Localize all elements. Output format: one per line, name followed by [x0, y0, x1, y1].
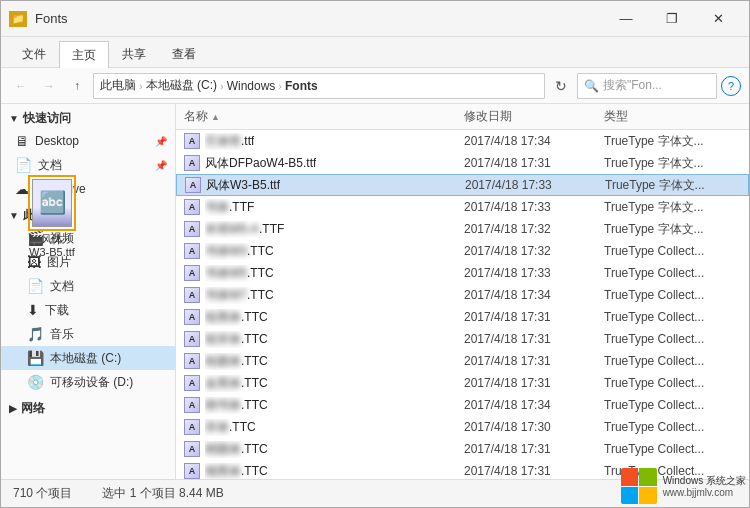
- file-icon: A: [184, 133, 200, 149]
- file-cell-type: TrueType 字体文...: [605, 177, 740, 194]
- minimize-button[interactable]: —: [603, 1, 649, 37]
- sidebar-item-music[interactable]: 🎵 音乐: [1, 322, 175, 346]
- file-cell-type: TrueType 字体文...: [604, 155, 741, 172]
- logo-green: [639, 468, 657, 486]
- file-icon: A: [184, 397, 200, 413]
- file-cell-type: TrueType Collect...: [604, 332, 741, 346]
- file-row[interactable]: A书体W5.TTC2017/4/18 17:33TrueType Collect…: [176, 262, 749, 284]
- address-part-windows: Windows: [227, 79, 276, 93]
- file-cell-type: TrueType Collect...: [604, 398, 741, 412]
- file-icon: A: [184, 243, 200, 259]
- sidebar-item-label-c: 本地磁盘 (C:): [50, 350, 167, 367]
- close-button[interactable]: ✕: [695, 1, 741, 37]
- file-row[interactable]: A书体.TTF2017/4/18 17:33TrueType 字体文...: [176, 196, 749, 218]
- file-row[interactable]: A宋体.TTC2017/4/18 17:30TrueType Collect..…: [176, 416, 749, 438]
- restore-button[interactable]: ❐: [649, 1, 695, 37]
- file-cell-name: A楷书体.TTC: [184, 397, 464, 414]
- file-icon: A: [185, 177, 201, 193]
- file-row[interactable]: A本简W5-A.TTF2017/4/18 17:32TrueType 字体文..…: [176, 218, 749, 240]
- network-header[interactable]: ▶ 网络: [1, 398, 175, 419]
- file-cell-name: A宋体.TTC: [184, 419, 464, 436]
- dragged-icon-label: 风体W3-B5.ttf: [20, 233, 84, 259]
- file-name: 书体W5.TTC: [205, 265, 274, 282]
- pin-icon-2: 📌: [155, 160, 167, 171]
- file-cell-date: 2017/4/18 17:31: [464, 464, 604, 478]
- file-cell-date: 2017/4/18 17:30: [464, 420, 604, 434]
- docs2-icon: 📄: [27, 278, 44, 294]
- site-name: Windows 系统之家: [663, 474, 746, 487]
- windows-logo-icon: [621, 468, 657, 504]
- dragged-icon: 🔤 风体W3-B5.ttf: [20, 175, 84, 259]
- icon-border: 🔤: [28, 175, 76, 231]
- file-cell-name: A风体W3-B5.ttf: [185, 177, 465, 194]
- file-cell-name: A风体DFPaoW4-B5.ttf: [184, 155, 464, 172]
- status-selected: 选中 1 个项目 8.44 MB: [102, 485, 223, 502]
- address-bar[interactable]: 此电脑 › 本地磁盘 (C:) › Windows › Fonts: [93, 73, 545, 99]
- main-layout: ▼ 快速访问 🖥 Desktop 📌 📄 文档 📌 ☁ OneDrive: [1, 104, 749, 479]
- file-row[interactable]: A楷书体.TTC2017/4/18 17:34TrueType Collect.…: [176, 394, 749, 416]
- file-icon: A: [184, 331, 200, 347]
- file-name: 艺体简.ttf: [205, 133, 254, 150]
- file-cell-name: A书体W5.TTC: [184, 265, 464, 282]
- network-label: 网络: [21, 400, 45, 417]
- file-cell-date: 2017/4/18 17:31: [464, 332, 604, 346]
- tab-share[interactable]: 共享: [109, 41, 159, 67]
- nav-bar: ← → ↑ 此电脑 › 本地磁盘 (C:) › Windows › Fonts …: [1, 68, 749, 104]
- file-row[interactable]: A组黑体.TTC2017/4/18 17:31TrueType Collect.…: [176, 306, 749, 328]
- file-cell-type: TrueType Collect...: [604, 266, 741, 280]
- file-cell-type: TrueType Collect...: [604, 376, 741, 390]
- watermark-text: Windows 系统之家 www.bjjmlv.com: [663, 474, 746, 498]
- file-name: 细黑体.TTC: [205, 463, 268, 480]
- file-cell-name: A本简W5-A.TTF: [184, 221, 464, 238]
- file-cell-name: A书体W3.TTC: [184, 243, 464, 260]
- file-row[interactable]: A风体W3-B5.ttf2017/4/18 17:33TrueType 字体文.…: [176, 174, 749, 196]
- sidebar-item-c-drive[interactable]: 💾 本地磁盘 (C:): [1, 346, 175, 370]
- file-row[interactable]: A书体W3.TTC2017/4/18 17:32TrueType Collect…: [176, 240, 749, 262]
- file-row[interactable]: A金黑体.TTC2017/4/18 17:31TrueType Collect.…: [176, 372, 749, 394]
- file-row[interactable]: A艺体简.ttf2017/4/18 17:34TrueType 字体文...: [176, 130, 749, 152]
- up-button[interactable]: ↑: [65, 74, 89, 98]
- file-list: 名称 ▲ 修改日期 类型 A艺体简.ttf2017/4/18 17:34True…: [176, 104, 749, 479]
- refresh-button[interactable]: ↻: [549, 74, 573, 98]
- file-cell-date: 2017/4/18 17:34: [464, 398, 604, 412]
- col-header-name[interactable]: 名称 ▲: [184, 108, 464, 125]
- sidebar-item-label-docs2: 文档: [50, 278, 167, 295]
- sidebar-item-label-desktop: Desktop: [35, 134, 153, 148]
- file-cell-type: TrueType 字体文...: [604, 133, 741, 150]
- file-cell-name: A组圆体.TTC: [184, 353, 464, 370]
- tab-view[interactable]: 查看: [159, 41, 209, 67]
- quick-access-header[interactable]: ▼ 快速访问: [1, 108, 175, 129]
- search-bar[interactable]: 🔍 搜索"Fon...: [577, 73, 717, 99]
- file-icon: A: [184, 287, 200, 303]
- ribbon-tabs: 文件 主页 共享 查看: [1, 37, 749, 67]
- forward-button[interactable]: →: [37, 74, 61, 98]
- file-row[interactable]: A组圆体.TTC2017/4/18 17:31TrueType Collect.…: [176, 350, 749, 372]
- tab-file[interactable]: 文件: [9, 41, 59, 67]
- col-header-type[interactable]: 类型: [604, 108, 741, 125]
- file-cell-name: A细黑体.TTC: [184, 463, 464, 480]
- file-row[interactable]: A组宋体.TTC2017/4/18 17:31TrueType Collect.…: [176, 328, 749, 350]
- back-button[interactable]: ←: [9, 74, 33, 98]
- file-list-header: 名称 ▲ 修改日期 类型: [176, 104, 749, 130]
- downloads-icon: ⬇: [27, 302, 39, 318]
- sidebar-item-docs2[interactable]: 📄 文档: [1, 274, 175, 298]
- search-placeholder: 搜索"Fon...: [603, 77, 662, 94]
- file-row[interactable]: A风体DFPaoW4-B5.ttf2017/4/18 17:31TrueType…: [176, 152, 749, 174]
- logo-red: [621, 468, 639, 486]
- file-row[interactable]: A书体W7.TTC2017/4/18 17:34TrueType Collect…: [176, 284, 749, 306]
- sidebar-item-downloads[interactable]: ⬇ 下载: [1, 298, 175, 322]
- file-name: 书体.TTF: [205, 199, 254, 216]
- file-cell-type: TrueType 字体文...: [604, 199, 741, 216]
- address-part-pc: 此电脑: [100, 77, 136, 94]
- file-icon: A: [184, 221, 200, 237]
- sidebar-item-desktop[interactable]: 🖥 Desktop 📌: [1, 129, 175, 153]
- file-row[interactable]: A楷圆体.TTC2017/4/18 17:31TrueType Collect.…: [176, 438, 749, 460]
- sidebar-item-d-drive[interactable]: 💿 可移动设备 (D:): [1, 370, 175, 394]
- file-icon: A: [184, 441, 200, 457]
- col-header-date[interactable]: 修改日期: [464, 108, 604, 125]
- tab-home[interactable]: 主页: [59, 41, 109, 68]
- file-cell-name: A组宋体.TTC: [184, 331, 464, 348]
- file-cell-date: 2017/4/18 17:32: [464, 244, 604, 258]
- help-button[interactable]: ?: [721, 76, 741, 96]
- sidebar-item-documents[interactable]: 📄 文档 📌: [1, 153, 175, 177]
